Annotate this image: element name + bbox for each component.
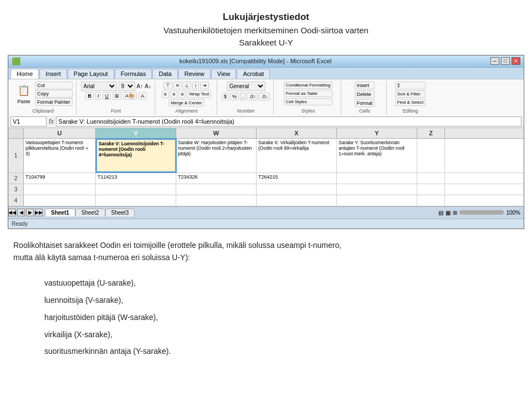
wrap-text-button[interactable]: Wrap Text (187, 90, 211, 98)
format-painter-button[interactable]: Format Painter (35, 98, 73, 106)
copy-button[interactable]: Copy (35, 90, 73, 98)
col-header-z[interactable]: Z (417, 128, 445, 138)
sheet-nav-first[interactable]: ◀◀ (8, 209, 16, 216)
view-layout-button[interactable]: ▦ (446, 210, 451, 216)
sheet-nav-last[interactable]: ▶▶ (35, 209, 43, 216)
tab-formulas[interactable]: Formulas (115, 69, 152, 79)
cell-z2[interactable] (417, 173, 445, 184)
align-middle-button[interactable]: ≡ (173, 82, 181, 89)
delete-button[interactable]: Delete (355, 90, 375, 98)
sheet-tab-3[interactable]: Sheet3 (105, 209, 135, 216)
cell-styles-button[interactable]: Cell Styles (284, 98, 332, 105)
cell-y3[interactable] (337, 184, 417, 195)
currency-button[interactable]: $ (222, 93, 229, 100)
cell-u1[interactable]: Vastuuopettajien T-numerot pilkkuerotelt… (24, 139, 96, 172)
font-color-button[interactable]: A (139, 92, 146, 100)
font-name-select[interactable]: Arial (81, 82, 117, 91)
align-bottom-button[interactable]: ⊥ (182, 82, 191, 89)
merge-center-button[interactable]: Merge & Center (168, 99, 204, 106)
sum-button[interactable]: Σ (395, 82, 426, 89)
comma-button[interactable]: , (240, 93, 246, 100)
cell-v4[interactable] (96, 195, 176, 206)
cell-u3[interactable] (24, 184, 96, 195)
format-as-table-button[interactable]: Format as Table (284, 90, 332, 97)
status-text: Ready (12, 221, 28, 227)
body-text: Roolikohtaiset sarakkeet Oodin eri toimi… (0, 229, 532, 271)
borders-button[interactable]: ⊞ (112, 92, 121, 100)
align-center-button[interactable]: ≡ (170, 90, 177, 98)
number-format-select[interactable]: General (227, 82, 265, 91)
title-bar-text: kokeilu191009.xls [Compatibility Mode] -… (180, 58, 332, 64)
minimize-button[interactable]: ─ (490, 57, 499, 65)
name-box[interactable]: V1 (11, 116, 47, 126)
ribbon-tabs: Home Insert Page Layout Formulas Data Re… (8, 68, 524, 79)
col-header-y[interactable]: Y (337, 128, 417, 138)
col-header-v[interactable]: V (96, 128, 176, 138)
clipboard-small: Cut Copy Format Painter (35, 82, 73, 106)
tab-home[interactable]: Home (11, 69, 39, 79)
cell-x2[interactable]: T264215 (257, 173, 337, 184)
underline-button[interactable]: U (103, 92, 111, 100)
percent-button[interactable]: % (230, 93, 239, 100)
cell-y4[interactable] (337, 195, 417, 206)
tab-data[interactable]: Data (152, 69, 177, 79)
cell-v1[interactable]: Sarake V: Luennoitsijoiden T-numerot (Oo… (96, 139, 176, 172)
align-right-button[interactable]: ≡ (178, 90, 186, 98)
cell-y1[interactable]: Sarake Y: Suoritusmerkinnän antajien T-n… (337, 139, 417, 172)
sheet-nav-prev[interactable]: ◀ (17, 209, 25, 216)
cell-u4[interactable] (24, 195, 96, 206)
cell-z4[interactable] (417, 195, 445, 206)
ribbon-content: 📋 Paste Cut Copy Format Painter Clipboar… (8, 79, 524, 116)
align-left-button[interactable]: ≡ (162, 90, 169, 98)
col-header-u[interactable]: U (24, 128, 96, 138)
cell-w3[interactable] (176, 184, 257, 195)
formula-input[interactable]: Sarake V: Luennoitsijoiden T-numerot (Oo… (56, 116, 521, 126)
cell-v3[interactable] (96, 184, 176, 195)
cell-w1[interactable]: Sarake W: Harjoitusten pitäjien T-numero… (176, 139, 257, 172)
conditional-formatting-button[interactable]: Conditional Formatting (284, 82, 332, 89)
cut-button[interactable]: Cut (35, 82, 73, 89)
indent-button[interactable]: ⇥ (200, 82, 209, 89)
cell-z3[interactable] (417, 184, 445, 195)
decrease-font-button[interactable]: A↓ (145, 83, 151, 89)
tab-view[interactable]: View (211, 69, 237, 79)
sheet-nav-next[interactable]: ▶ (26, 209, 34, 216)
find-select-button[interactable]: Find & Select (395, 99, 426, 106)
col-header-w[interactable]: W (176, 128, 257, 138)
insert-button[interactable]: Insert (355, 82, 375, 89)
decrease-decimal-button[interactable]: .0↓ (259, 93, 270, 100)
cell-x4[interactable] (257, 195, 337, 206)
increase-font-button[interactable]: A↑ (137, 83, 144, 89)
increase-decimal-button[interactable]: .0↑ (247, 93, 258, 100)
close-button[interactable]: ✕ (511, 57, 520, 65)
fill-color-button[interactable]: A🎨 (123, 92, 137, 100)
cell-w2[interactable]: T234326 (176, 173, 257, 184)
italic-button[interactable]: I (95, 92, 101, 100)
tab-page-layout[interactable]: Page Layout (68, 69, 114, 79)
sheet-tab-2[interactable]: Sheet2 (75, 209, 105, 216)
paste-button[interactable]: 📋 Paste (14, 82, 34, 106)
sort-filter-button[interactable]: Sort & Filter (395, 90, 426, 98)
cell-y2[interactable] (337, 173, 417, 184)
zoom-slider[interactable] (459, 210, 504, 215)
view-normal-button[interactable]: ▤ (438, 210, 443, 216)
cell-z1[interactable] (417, 139, 445, 172)
tab-insert[interactable]: Insert (39, 69, 67, 79)
cell-v2[interactable]: T114213 (96, 173, 176, 184)
bold-button[interactable]: B (85, 92, 94, 100)
cell-x3[interactable] (257, 184, 337, 195)
col-header-x[interactable]: X (257, 128, 337, 138)
maximize-button[interactable]: □ (501, 57, 510, 65)
cell-u2[interactable]: T104799 (24, 173, 96, 184)
format-button[interactable]: Format (355, 99, 375, 107)
text-direction-button[interactable]: ↕ (192, 82, 200, 89)
tab-acrobat[interactable]: Acrobat (237, 69, 270, 79)
tab-review[interactable]: Review (178, 69, 211, 79)
cell-w4[interactable] (176, 195, 257, 206)
align-top-button[interactable]: ⊤ (163, 82, 172, 89)
cell-x1[interactable]: Sarake X: Virkailijoiden T-numerot (Oodi… (257, 139, 337, 172)
font-size-select[interactable]: 9 (119, 82, 135, 91)
row-num-1: 1 (8, 139, 24, 172)
sheet-tab-1[interactable]: Sheet1 (45, 209, 75, 216)
view-break-button[interactable]: ⊞ (453, 210, 457, 216)
